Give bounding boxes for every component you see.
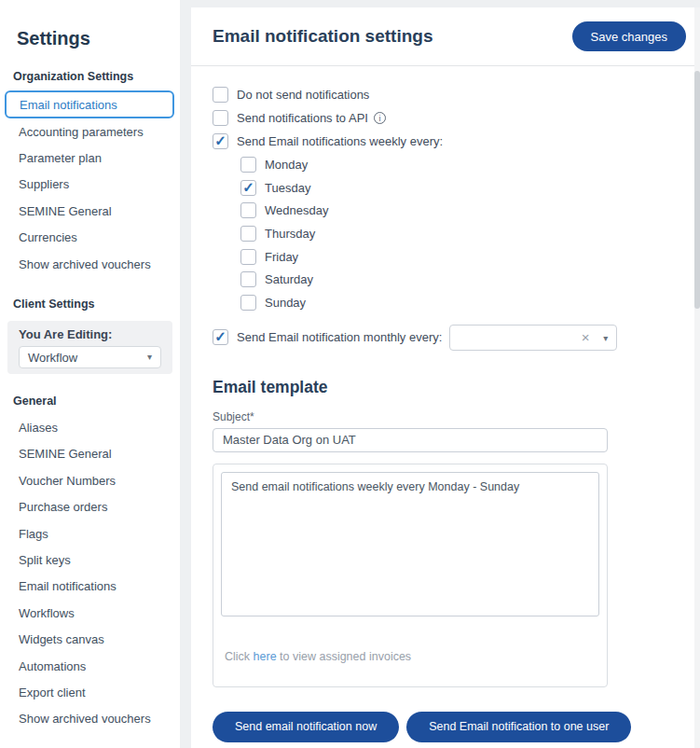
subject-label: Subject* [213, 410, 694, 423]
weekday-label: Friday [265, 250, 298, 264]
sidebar-item-show-archived-vouchers[interactable]: Show archived vouchers [0, 251, 180, 277]
weekday-monday[interactable]: ✓ Monday [240, 153, 694, 176]
chevron-down-icon[interactable]: ▾ [603, 334, 608, 343]
weekday-list: ✓ Monday ✓ Tuesday ✓ Wednesday ✓ Thursda… [240, 153, 694, 314]
sidebar-item-accounting-parameters[interactable]: Accounting parameters [0, 118, 180, 145]
sidebar-item-workflows[interactable]: Workflows [0, 600, 180, 626]
sidebar-item-show-archived-vouchers-client[interactable]: Show archived vouchers [0, 706, 180, 732]
check-icon: ✓ [214, 329, 226, 343]
weekday-saturday[interactable]: ✓ Saturday [240, 268, 694, 291]
weekday-friday[interactable]: ✓ Friday [240, 245, 694, 269]
option-label: Send notifications to API [237, 111, 368, 125]
sidebar-item-email-notifications-client[interactable]: Email notifications [0, 574, 180, 600]
weekday-label: Wednesday [265, 203, 328, 217]
do-not-send-checkbox[interactable]: ✓ [213, 87, 228, 103]
panel-header: Email notification settings Save changes [191, 7, 694, 66]
sidebar-item-split-keys[interactable]: Split keys [0, 547, 180, 573]
send-monthly-checkbox[interactable]: ✓ [213, 329, 228, 345]
option-send-monthly[interactable]: ✓ Send Email notification monthly every:… [213, 322, 694, 353]
clear-icon[interactable]: × [582, 330, 590, 344]
scrollbar-thumb[interactable] [694, 71, 700, 309]
weekday-label: Sunday [265, 296, 306, 310]
sidebar-item-widgets-canvas[interactable]: Widgets canvas [0, 626, 180, 652]
weekday-label: Tuesday [265, 181, 310, 195]
assigned-suffix: to view assigned invoices [277, 650, 412, 663]
sidebar-item-aliases[interactable]: Aliases [0, 414, 180, 440]
option-send-weekly[interactable]: ✓ Send Email notifications weekly every: [213, 130, 694, 153]
section-header-organization-settings: Organization Settings [0, 63, 180, 90]
assigned-invoices-line: Click here to view assigned invoices [221, 650, 599, 663]
email-template-heading: Email template [213, 378, 694, 397]
email-body-textarea[interactable]: Send email notifications weekly every Mo… [221, 472, 599, 616]
weekday-sunday[interactable]: ✓ Sunday [240, 291, 694, 314]
sidebar-item-voucher-numbers[interactable]: Voucher Numbers [0, 467, 180, 493]
weekday-label: Saturday [265, 272, 313, 286]
weekday-wednesday[interactable]: ✓ Wednesday [240, 199, 694, 222]
view-assigned-invoices-link[interactable]: here [254, 650, 277, 663]
weekday-thursday[interactable]: ✓ Thursday [240, 222, 694, 245]
editing-target-select[interactable]: Workflow ▾ [19, 346, 161, 368]
send-email-notification-now-button[interactable]: Send email notification now [213, 712, 399, 742]
send-weekly-checkbox[interactable]: ✓ [213, 133, 228, 149]
option-label: Send Email notification monthly every: [237, 330, 442, 344]
settings-sidebar: Settings Organization Settings Email not… [0, 0, 180, 748]
check-icon: ✓ [214, 133, 226, 147]
tuesday-checkbox[interactable]: ✓ [240, 180, 256, 196]
option-do-not-send-notifications[interactable]: ✓ Do not send notifications [213, 83, 694, 106]
sidebar-item-semine-general[interactable]: SEMINE General [0, 198, 180, 224]
sidebar-item-parameter-plan[interactable]: Parameter plan [0, 145, 180, 171]
sidebar-item-flags[interactable]: Flags [0, 520, 180, 547]
sidebar-title: Settings [0, 0, 180, 49]
friday-checkbox[interactable]: ✓ [240, 249, 256, 265]
monday-checkbox[interactable]: ✓ [240, 157, 256, 173]
option-label: Do not send notifications [237, 88, 369, 102]
sidebar-item-label: Email notifications [20, 98, 117, 112]
check-icon: ✓ [242, 180, 254, 194]
sunday-checkbox[interactable]: ✓ [240, 295, 256, 311]
sidebar-item-automations[interactable]: Automations [0, 653, 180, 679]
assigned-prefix: Click [225, 650, 254, 663]
sidebar-item-purchase-orders[interactable]: Purchase orders [0, 494, 180, 520]
saturday-checkbox[interactable]: ✓ [240, 271, 256, 287]
email-notification-settings-panel: Email notification settings Save changes… [191, 7, 694, 748]
vertical-scrollbar[interactable] [694, 7, 700, 748]
email-body-card: Send email notifications weekly every Mo… [213, 464, 608, 687]
info-icon[interactable]: i [374, 112, 386, 124]
section-header-general: General [0, 388, 180, 414]
section-header-client-settings: Client Settings [0, 291, 180, 317]
subject-input[interactable] [213, 428, 608, 452]
option-label: Send Email notifications weekly every: [237, 134, 443, 148]
sidebar-item-suppliers[interactable]: Suppliers [0, 172, 180, 198]
thursday-checkbox[interactable]: ✓ [240, 226, 256, 242]
weekday-label: Monday [265, 158, 308, 172]
save-changes-button[interactable]: Save changes [572, 21, 686, 51]
monthly-day-select[interactable]: × ▾ [449, 325, 617, 351]
send-email-notification-to-one-user-button[interactable]: Send Email notification to one user [406, 712, 631, 742]
send-to-api-checkbox[interactable]: ✓ [213, 110, 228, 126]
sidebar-item-export-client[interactable]: Export client [0, 679, 180, 705]
editing-target-value: Workflow [28, 351, 77, 365]
weekday-label: Thursday [265, 227, 315, 241]
sidebar-item-currencies[interactable]: Currencies [0, 225, 180, 251]
weekday-tuesday[interactable]: ✓ Tuesday [240, 176, 694, 200]
you-are-editing-box: You Are Editing: Workflow ▾ [7, 321, 172, 374]
footer-buttons: Send email notification now Send Email n… [213, 712, 694, 742]
page-title: Email notification settings [213, 26, 432, 47]
sidebar-item-email-notifications[interactable]: Email notifications [5, 90, 174, 118]
wednesday-checkbox[interactable]: ✓ [240, 202, 256, 218]
option-send-notifications-to-api[interactable]: ✓ Send notifications to API i [213, 106, 694, 130]
you-are-editing-label: You Are Editing: [19, 327, 161, 341]
chevron-down-icon: ▾ [147, 353, 152, 362]
panel-content: ✓ Do not send notifications ✓ Send notif… [191, 66, 694, 742]
sidebar-item-semine-general-client[interactable]: SEMINE General [0, 441, 180, 467]
